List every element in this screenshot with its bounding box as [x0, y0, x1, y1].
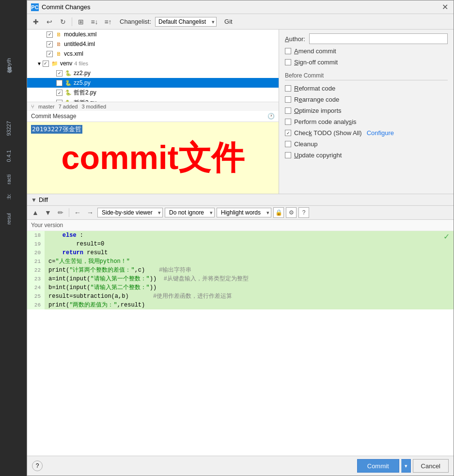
line-content-24: b=int(input("请输入第二个整数：")) — [45, 283, 454, 292]
tree-item-zhezhe2[interactable]: 🐍 哲哲2.py — [27, 88, 279, 98]
copyright-label: Update copyright — [294, 152, 342, 159]
ide-sidebar-label3: 93227 — [6, 121, 12, 136]
diff-toggle[interactable]: ▼ — [31, 197, 37, 203]
help-diff-btn[interactable]: ? — [298, 207, 309, 218]
viewer-dropdown-wrapper[interactable]: Side-by-side viewer — [97, 208, 163, 217]
highlight-dropdown-wrapper[interactable]: Highlight words — [217, 208, 271, 217]
branch-icon: ⑂ — [31, 104, 34, 109]
close-button[interactable]: ✕ — [440, 2, 450, 12]
ide-sidebar-label4: 0.4.1 — [6, 150, 12, 162]
diff-up-btn[interactable]: ▲ — [30, 207, 41, 218]
checkbox-venv[interactable] — [43, 61, 49, 67]
filename-untitled4: untitled4.iml — [64, 41, 95, 47]
tree-item-venv[interactable]: ▼ 📁 venv 4 files — [27, 59, 279, 68]
viewer-dropdown[interactable]: Side-by-side viewer — [97, 208, 163, 217]
checkbox-modules[interactable] — [47, 31, 53, 38]
signoff-commit-checkbox[interactable] — [285, 59, 291, 65]
rearrange-checkbox[interactable] — [285, 96, 291, 103]
undo-button[interactable]: ↩ — [44, 16, 55, 28]
check-icon: ✓ — [443, 232, 450, 241]
diff-header: ▼ Diff — [27, 194, 454, 206]
optimize-label: Optimize imports — [294, 107, 342, 114]
sort-asc-button[interactable]: ≡↓ — [89, 16, 100, 28]
add-button[interactable]: ✚ — [30, 16, 42, 28]
checkbox-untitled4[interactable] — [47, 41, 53, 47]
clock-icon[interactable]: 🕐 — [267, 113, 275, 120]
checkbox-zz5[interactable] — [56, 80, 63, 86]
checkbox-vcs[interactable] — [47, 51, 53, 57]
tree-item-modules[interactable]: 🗎 modules.xml — [27, 30, 279, 39]
diff-back-btn[interactable]: ← — [72, 207, 83, 218]
ide-sidebar: pyth 金哲 93227 0.4.1 racti :b: resul — [0, 0, 27, 476]
code-line-24: 24 b=int(input("请输入第二个整数：")) — [27, 283, 454, 292]
commit-msg-highlighted-text: 20193227张金哲 — [31, 125, 82, 134]
copyright-checkbox[interactable] — [285, 152, 291, 158]
line-num-24: 24 — [27, 283, 45, 292]
line-content-25: result=subtraction(a,b) #使用作差函数，进行作差运算 — [45, 292, 454, 301]
diff-content: Your version ✓ 18 else : 19 result=0 — [27, 220, 454, 456]
code-line-18: 18 else : — [27, 231, 454, 240]
cleanup-checkbox[interactable] — [285, 141, 291, 147]
optimize-checkbox[interactable] — [285, 107, 291, 114]
app-icon: PC — [31, 3, 39, 11]
changelist-select[interactable]: Default Changelist — [155, 17, 217, 27]
your-version-label: Your version — [27, 220, 454, 231]
ignore-dropdown-wrapper[interactable]: Do not ignore — [165, 208, 215, 217]
commit-button[interactable]: Commit — [357, 459, 399, 473]
py-icon-zz2: 🐍 — [64, 69, 72, 77]
settings-btn[interactable]: ⚙ — [286, 207, 297, 218]
line-content-23: a=int(input("请输入第一个整数：")) #从键盘输入，并将类型定为整… — [45, 275, 454, 283]
tree-item-zz5[interactable]: 🐍 zz5.py — [27, 78, 279, 88]
diff-forward-btn[interactable]: → — [85, 207, 95, 218]
checkbox-zhezhe2[interactable] — [56, 90, 63, 96]
tree-item-zhezhe3[interactable]: 🐍 哲哲3.py — [27, 98, 279, 102]
venv-count: 4 files — [74, 61, 88, 66]
diff-content-wrapper: ✓ 18 else : 19 result=0 — [27, 231, 454, 309]
configure-link[interactable]: Configure — [367, 129, 394, 137]
highlight-dropdown[interactable]: Highlight words — [217, 208, 271, 217]
reformat-checkbox[interactable] — [285, 85, 291, 92]
checkbox-zz2[interactable] — [56, 70, 63, 77]
separator-1 — [72, 17, 72, 26]
commit-dropdown-button[interactable]: ▾ — [401, 459, 411, 473]
tree-item-untitled4[interactable]: 🗎 untitled4.iml — [27, 39, 279, 49]
commit-dialog: PC Commit Changes ✕ ✚ ↩ ↻ ⊞ ≡↓ ≡↑ Change… — [27, 0, 454, 476]
code-line-19: 19 result=0 — [27, 240, 454, 248]
tree-item-zz2[interactable]: 🐍 zz2.py — [27, 68, 279, 78]
top-section: 🗎 modules.xml 🗎 untitled4.iml 🗎 vcs.xml — [27, 30, 454, 194]
filename-vcs: vcs.xml — [64, 50, 83, 57]
sort-desc-button[interactable]: ≡↑ — [102, 16, 114, 28]
commit-msg-title: Commit Message — [31, 113, 76, 120]
filename-zz5: zz5.py — [74, 79, 91, 86]
changelist-wrapper[interactable]: Default Changelist — [153, 17, 217, 27]
optimize-row: Optimize imports — [285, 107, 448, 115]
analysis-checkbox[interactable] — [285, 119, 291, 125]
ignore-dropdown[interactable]: Do not ignore — [165, 208, 215, 217]
line-num-20: 20 — [27, 248, 45, 257]
amend-commit-checkbox[interactable] — [285, 48, 291, 54]
todo-checkbox[interactable] — [285, 130, 291, 136]
dialog-title: Commit Changes — [42, 3, 440, 11]
todo-row: Check TODO (Show All) Configure — [285, 129, 448, 137]
refresh-button[interactable]: ↻ — [57, 16, 69, 28]
group-button[interactable]: ⊞ — [75, 16, 87, 28]
todo-label: Check TODO (Show All) — [294, 129, 362, 137]
code-line-25: 25 result=subtraction(a,b) #使用作差函数，进行作差运… — [27, 292, 454, 301]
line-content-20: return result — [45, 248, 454, 257]
branch-name: master — [38, 104, 55, 109]
author-label: Author: — [285, 35, 305, 43]
tree-item-vcs[interactable]: 🗎 vcs.xml — [27, 49, 279, 59]
cancel-button[interactable]: Cancel — [413, 459, 449, 473]
commit-msg-body: 20193227张金哲 commit文件 — [27, 122, 279, 194]
line-num-25: 25 — [27, 292, 45, 301]
diff-edit-btn[interactable]: ✏ — [55, 207, 66, 218]
filename-venv: venv — [60, 60, 72, 67]
commit-overlay-text: commit文件 — [62, 136, 245, 180]
author-input[interactable] — [309, 33, 448, 44]
file-status-bar: ⑂ master 7 added 3 modified — [27, 102, 279, 111]
author-row: Author: — [285, 33, 448, 44]
diff-down-btn[interactable]: ▼ — [43, 207, 53, 218]
help-button[interactable]: ? — [32, 461, 43, 471]
toolbar: ✚ ↩ ↻ ⊞ ≡↓ ≡↑ Changelist: Default Change… — [27, 14, 454, 30]
lock-btn[interactable]: 🔒 — [273, 207, 284, 218]
